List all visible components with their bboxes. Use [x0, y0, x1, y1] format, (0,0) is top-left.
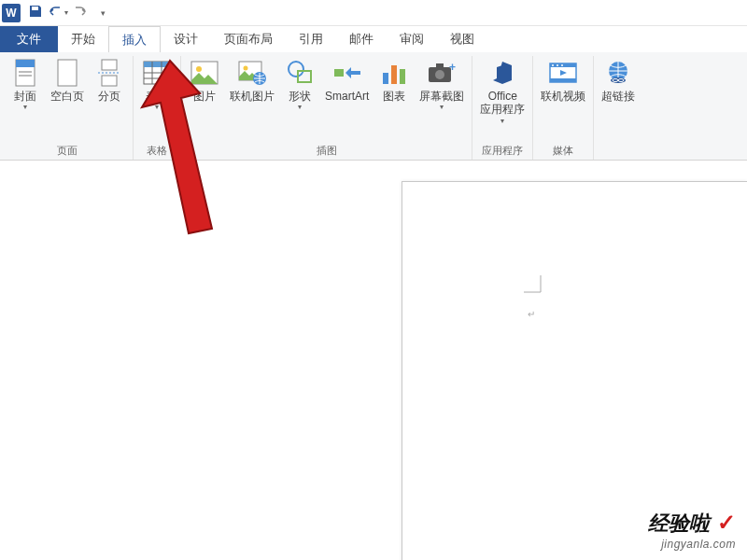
blank-page-label: 空白页 — [50, 90, 84, 103]
screenshot-button[interactable]: + 屏幕截图 ▾ — [416, 56, 468, 113]
redo-icon — [73, 4, 88, 22]
svg-point-17 — [244, 66, 248, 71]
svg-rect-1 — [16, 60, 35, 67]
cover-page-label: 封面 — [14, 90, 36, 103]
svg-rect-23 — [391, 65, 397, 84]
screenshot-icon: + — [427, 58, 457, 88]
chevron-down-icon: ▾ — [23, 103, 27, 111]
shapes-icon — [285, 58, 315, 88]
group-apps-label: 应用程序 — [476, 142, 529, 160]
picture-label: 图片 — [193, 90, 216, 103]
title-bar: W ▾ ▾ — [0, 0, 747, 26]
online-video-button[interactable]: 联机视频 — [537, 56, 589, 105]
smartart-icon — [332, 58, 362, 88]
group-links: 超链接 — [594, 56, 642, 160]
chart-button[interactable]: 图表 — [374, 56, 414, 105]
blank-page-icon — [52, 58, 82, 88]
svg-text:+: + — [449, 61, 456, 74]
svg-rect-24 — [400, 69, 405, 84]
online-picture-button[interactable]: 联机图片 — [226, 56, 278, 105]
tab-design[interactable]: 设计 — [161, 26, 211, 52]
svg-point-15 — [196, 66, 202, 72]
tab-layout[interactable]: 页面布局 — [211, 26, 286, 52]
group-media: 联机视频 媒体 — [533, 56, 594, 160]
undo-button[interactable]: ▾ — [47, 2, 69, 24]
group-media-label: 媒体 — [537, 142, 589, 160]
svg-rect-5 — [102, 60, 117, 70]
smartart-label: SmartArt — [325, 90, 369, 103]
chevron-down-icon: ▾ — [101, 8, 106, 18]
chart-icon — [379, 58, 409, 88]
page-break-icon — [94, 58, 124, 88]
svg-point-27 — [435, 70, 444, 79]
table-label: 表格 — [146, 90, 168, 103]
hyperlink-label: 超链接 — [601, 90, 635, 103]
tab-view[interactable]: 视图 — [437, 26, 487, 52]
tab-file[interactable]: 文件 — [0, 26, 58, 52]
document-area: ↵ — [0, 161, 747, 560]
svg-rect-31 — [550, 78, 576, 82]
picture-icon — [190, 58, 219, 88]
group-illustration-label: 插图 — [185, 142, 468, 160]
chevron-down-icon: ▾ — [155, 103, 159, 111]
tab-home[interactable]: 开始 — [58, 26, 108, 52]
shapes-label: 形状 — [289, 90, 311, 103]
group-table: 表格 ▾ 表格 — [134, 56, 181, 160]
chevron-down-icon: ▾ — [64, 8, 68, 17]
page-margin-marker: ↵ — [524, 275, 552, 319]
office-apps-button[interactable]: Office 应用程序 ▾ — [476, 56, 529, 127]
tab-references[interactable]: 引用 — [286, 26, 336, 52]
online-video-icon — [548, 58, 578, 88]
paragraph-mark-icon: ↵ — [528, 309, 552, 319]
save-button[interactable] — [24, 2, 47, 24]
svg-point-32 — [552, 64, 554, 66]
tab-mailings[interactable]: 邮件 — [336, 26, 387, 52]
chart-label: 图表 — [383, 90, 405, 103]
svg-rect-6 — [102, 76, 117, 86]
undo-icon — [48, 4, 63, 22]
ribbon: 封面 ▾ 空白页 分页 页面 — [0, 52, 747, 161]
svg-point-19 — [289, 62, 303, 77]
cover-page-button[interactable]: 封面 ▾ — [6, 56, 45, 113]
smartart-button[interactable]: SmartArt — [321, 56, 373, 105]
group-page: 封面 ▾ 空白页 分页 页面 — [2, 56, 134, 160]
shapes-button[interactable]: 形状 ▾ — [280, 56, 319, 113]
svg-rect-22 — [383, 73, 388, 84]
group-apps: Office 应用程序 ▾ 应用程序 — [472, 56, 533, 160]
tab-review[interactable]: 审阅 — [387, 26, 437, 52]
office-apps-icon — [487, 58, 517, 88]
svg-rect-21 — [334, 69, 344, 77]
svg-rect-3 — [19, 75, 32, 77]
online-picture-icon — [237, 58, 267, 88]
svg-point-33 — [557, 64, 558, 66]
tab-insert[interactable]: 插入 — [108, 26, 161, 52]
table-icon — [142, 58, 172, 88]
svg-rect-2 — [19, 71, 32, 73]
group-table-label: 表格 — [137, 142, 176, 160]
group-links-label — [598, 156, 639, 160]
document-page[interactable]: ↵ — [402, 181, 747, 560]
group-illustration: 图片 联机图片 形状 ▾ SmartArt — [181, 56, 472, 160]
svg-rect-26 — [436, 63, 444, 67]
online-picture-label: 联机图片 — [230, 90, 275, 103]
page-break-button[interactable]: 分页 — [90, 56, 129, 105]
group-page-label: 页面 — [6, 142, 129, 160]
save-icon — [28, 4, 43, 22]
ribbon-tabs: 文件 开始 插入 设计 页面布局 引用 邮件 审阅 视图 — [0, 26, 747, 52]
page-break-label: 分页 — [98, 90, 120, 103]
picture-button[interactable]: 图片 — [185, 56, 224, 105]
office-apps-label: Office 应用程序 — [480, 90, 525, 117]
table-button[interactable]: 表格 ▾ — [137, 56, 176, 113]
qat-customize-button[interactable]: ▾ — [92, 2, 114, 24]
word-logo-icon: W — [2, 4, 21, 22]
svg-rect-9 — [144, 62, 170, 67]
online-video-label: 联机视频 — [541, 90, 585, 103]
redo-button[interactable] — [69, 2, 92, 24]
blank-page-button[interactable]: 空白页 — [47, 56, 88, 105]
hyperlink-icon — [603, 58, 633, 88]
chevron-down-icon: ▾ — [298, 103, 302, 111]
hyperlink-button[interactable]: 超链接 — [598, 56, 639, 105]
svg-point-34 — [561, 64, 563, 66]
svg-rect-4 — [58, 60, 77, 86]
screenshot-label: 屏幕截图 — [419, 90, 464, 103]
